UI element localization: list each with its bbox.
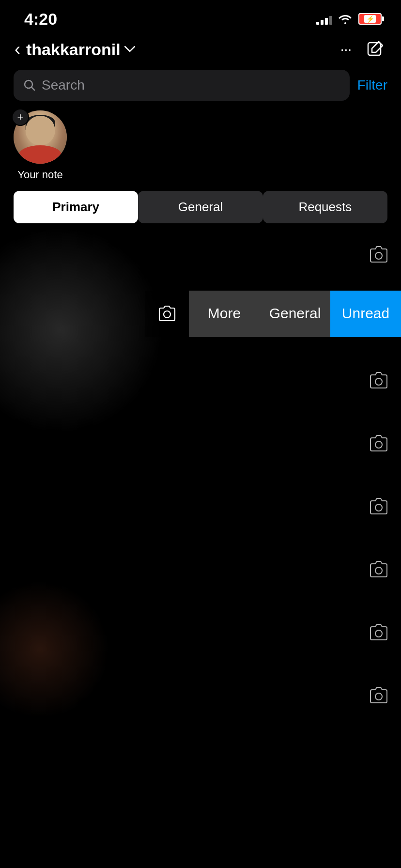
camera-icon-1 (368, 244, 389, 265)
search-bar[interactable]: Search (14, 70, 350, 101)
svg-point-8 (375, 567, 382, 574)
chevron-down-icon (124, 46, 135, 53)
tab-primary[interactable]: Primary (14, 191, 138, 223)
your-note-story[interactable]: + Your note (14, 110, 67, 181)
camera-icon-4 (368, 433, 389, 454)
avatar-container: + (14, 110, 67, 164)
header: ‹ thakkarronil ··· (0, 34, 401, 70)
search-placeholder: Search (42, 78, 85, 93)
camera-icon-8 (368, 685, 389, 706)
dropdown-overlay: More General Unread (145, 291, 401, 337)
camera-row-1[interactable] (368, 223, 389, 286)
battery-icon: ⚡ (358, 13, 382, 25)
svg-point-9 (375, 630, 382, 637)
compose-icon (366, 40, 386, 59)
status-time: 4:20 (24, 10, 57, 29)
svg-point-7 (375, 504, 382, 511)
more-options-button[interactable]: ··· (340, 42, 352, 57)
dropdown-unread[interactable]: Unread (330, 291, 401, 337)
svg-point-3 (375, 252, 382, 259)
stories-container: + Your note (0, 110, 401, 191)
camera-icon-3 (368, 370, 389, 391)
username-label: thakkarronil (26, 40, 121, 59)
camera-row-7[interactable] (368, 601, 389, 664)
search-icon (23, 79, 36, 92)
camera-icon-5 (368, 496, 389, 517)
search-container: Search Filter (0, 70, 401, 110)
back-button[interactable]: ‹ (15, 39, 20, 60)
tab-general[interactable]: General (138, 191, 262, 223)
wifi-icon (338, 14, 353, 24)
camera-row-3[interactable] (368, 349, 389, 412)
svg-point-6 (375, 441, 382, 448)
camera-icon (157, 305, 177, 323)
camera-icon-6 (368, 559, 389, 580)
camera-row-4[interactable] (368, 412, 389, 475)
compose-button[interactable] (365, 39, 386, 60)
username-container[interactable]: thakkarronil (26, 40, 135, 59)
dropdown-camera-item[interactable] (145, 291, 189, 337)
status-bar: 4:20 ⚡ (0, 0, 401, 34)
tab-requests[interactable]: Requests (263, 191, 387, 223)
camera-icon-7 (368, 622, 389, 643)
dropdown-more[interactable]: More (189, 291, 260, 337)
svg-point-10 (375, 693, 382, 700)
camera-row-6[interactable] (368, 538, 389, 601)
status-icons: ⚡ (316, 13, 382, 25)
dropdown-menu: More General Unread (189, 291, 401, 337)
add-note-button[interactable]: + (12, 108, 29, 126)
camera-row-5[interactable] (368, 475, 389, 538)
dropdown-general[interactable]: General (260, 291, 330, 337)
signal-icon (316, 13, 332, 25)
svg-point-2 (164, 311, 170, 318)
tabs-container: Primary General Requests (0, 191, 401, 223)
filter-button[interactable]: Filter (357, 78, 387, 93)
your-note-label: Your note (17, 169, 62, 181)
camera-row-8[interactable] (368, 664, 389, 727)
svg-point-5 (375, 378, 382, 385)
